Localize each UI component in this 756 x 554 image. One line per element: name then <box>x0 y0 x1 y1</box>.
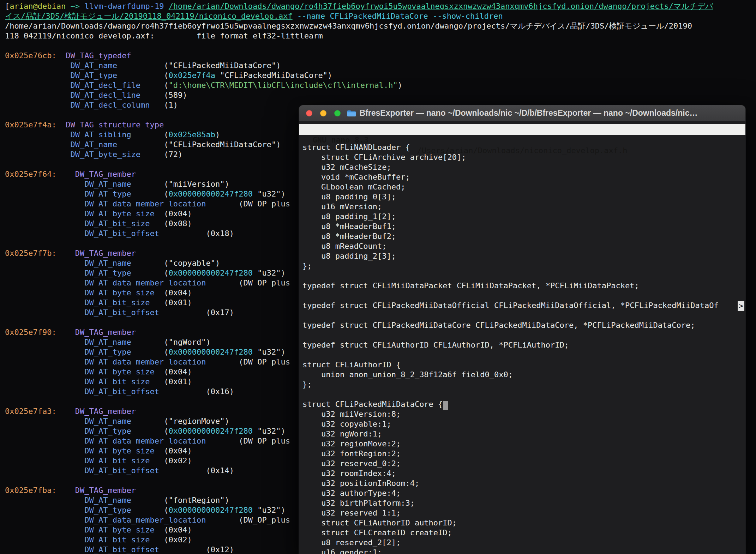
editor-line: typedef struct CFLiMiiDataPacket CFLiMii… <box>302 281 745 291</box>
editor-line: u32 roomIndex:4; <box>302 469 745 478</box>
editor-line: union anon_union_8_2_38f12a6f field0_0x0… <box>302 370 745 380</box>
window-titlebar[interactable]: BfresExporter — nano ~/Downloads/nic ~/D… <box>299 105 745 121</box>
editor-line <box>302 330 745 340</box>
editor-line: u32 positionInRoom:4; <box>302 478 745 488</box>
editor-line: u8 reserved_2[2]; <box>302 538 745 548</box>
editor-line <box>302 311 745 320</box>
terminal-line: イス/品証/3DS/検証モジュール/20190118_042119/niconi… <box>5 11 756 21</box>
editor-line: u8 padding_2[3]; <box>302 251 745 261</box>
editor-line: u32 reserved_1:1; <box>302 508 745 518</box>
editor-line: u8 *mHeaderBuf2; <box>302 231 745 241</box>
terminal-line: DW_AT_decl_line (589) <box>5 90 756 100</box>
window-title: BfresExporter — nano ~/Downloads/nic ~/D… <box>299 105 745 121</box>
terminal-line: /home/arian/Downloads/dwango/ro4h37fieb6… <box>5 21 756 31</box>
editor-line: u8 padding_1[2]; <box>302 212 745 222</box>
editor-line: }; <box>302 380 745 390</box>
editor-line: typedef struct CFLiPackedMiiDataOfficial… <box>302 301 745 311</box>
nano-window: BfresExporter — nano ~/Downloads/nic ~/D… <box>299 105 745 554</box>
editor-line: }; <box>302 261 745 271</box>
terminal-line <box>5 41 756 51</box>
editor-line: struct CFLiPackedMiiDataCore { <box>302 399 745 409</box>
close-button[interactable] <box>306 110 312 116</box>
terminal-line: 118_042119/niconico_develop.axf: file fo… <box>5 31 756 41</box>
editor-area[interactable]: struct CFLiNANDLoader { struct CFLiArchi… <box>299 143 745 554</box>
editor-line: u32 mCacheSize; <box>302 162 745 172</box>
terminal-line: DW_AT_name ("CFLiPackedMiiDataCore") <box>5 61 756 71</box>
nano-titlebar: GNU nano 8.3 /Users/arian/Downloads/nico… <box>299 124 745 135</box>
editor-line: struct CFLiNANDLoader { <box>302 143 745 152</box>
editor-line <box>302 350 745 360</box>
editor-line: u32 fontRegion:2; <box>302 449 745 459</box>
editor-line: u32 miiVersion:8; <box>302 409 745 419</box>
zoom-button[interactable] <box>334 110 341 116</box>
editor-line: typedef struct CFLiAuthorID CFLiAuthorID… <box>302 340 745 350</box>
editor-line: u8 *mHeaderBuf1; <box>302 222 745 231</box>
editor-line: void *mCacheBuffer; <box>302 172 745 182</box>
editor-line: struct CFLiAuthorID authorID; <box>302 518 745 528</box>
traffic-lights <box>306 105 341 121</box>
editor-line: u32 regionMove:2; <box>302 439 745 449</box>
editor-line: struct CFLiArchive archive[20]; <box>302 152 745 162</box>
editor-line: struct CFLiAuthorID { <box>302 360 745 370</box>
editor-line: u8 mReadCount; <box>302 241 745 251</box>
editor-line: struct CFLCreateID createID; <box>302 528 745 538</box>
editor-line: u32 copyable:1; <box>302 419 745 429</box>
terminal-line: DW_AT_decl_file ("d:\home\CTR\MEDIT\libC… <box>5 80 756 90</box>
folder-icon[interactable] <box>347 110 356 117</box>
terminal-line: DW_AT_type (0x025e7f4a "CFLiPackedMiiDat… <box>5 71 756 80</box>
editor-line <box>302 390 745 399</box>
editor-line: u32 authorType:4; <box>302 488 745 498</box>
editor-line: typedef struct CFLiPackedMiiDataCore CFL… <box>302 320 745 330</box>
editor-line: GLboolean mCached; <box>302 182 745 192</box>
editor-line: u16 mVersion; <box>302 202 745 212</box>
editor-line: u32 ngWord:1; <box>302 429 745 439</box>
editor-line: u16 gender:1; <box>302 548 745 554</box>
text-cursor <box>443 401 448 410</box>
terminal-line: [arian@debian ~> llvm-dwarfdump-19 /home… <box>5 1 756 11</box>
terminal-line: 0x025e76cb: DW_TAG_typedef <box>5 51 756 61</box>
editor-line: u32 birthPlatform:3; <box>302 498 745 508</box>
editor-line <box>302 271 745 281</box>
minimize-button[interactable] <box>320 110 326 116</box>
editor-line: u32 reserved_0:2; <box>302 459 745 469</box>
editor-line <box>302 291 745 301</box>
editor-line: u8 padding_0[3]; <box>302 192 745 202</box>
window-title-text: BfresExporter — nano ~/Downloads/nic ~/D… <box>360 108 698 118</box>
line-overflow-indicator: > <box>738 301 744 311</box>
